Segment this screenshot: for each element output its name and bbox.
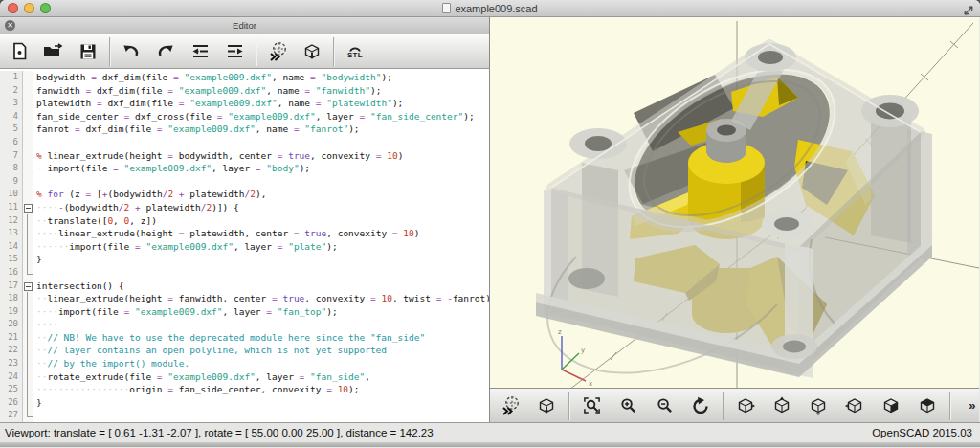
viewport-panel[interactable]: z y x » [490,17,979,422]
viewport-status-text: Viewport: translate = [ 0.61 -1.31 -2.07… [5,427,434,438]
code-line[interactable]: 13····linear_extrude(height = platewidth… [0,227,489,240]
code-line[interactable]: 15} [0,253,489,266]
editor-panel-header[interactable]: ✕ Editor [0,17,489,34]
undo-button[interactable] [116,35,146,68]
code-line[interactable]: 21··// NB! We have to use the deprecated… [0,331,489,345]
code-line[interactable]: 26} [0,396,489,410]
undo-icon [122,43,141,59]
code-line[interactable]: 24··rotate_extrude(file = "example009.dx… [0,370,489,384]
code-line[interactable]: 4fan_side_center = dxf_cross(file = "exa… [0,110,489,123]
view-bottom-button[interactable] [802,390,835,422]
line-number: 22 [0,344,23,357]
code-line[interactable]: 27 [0,409,489,422]
code-text [33,409,36,422]
statusbar: Viewport: translate = [ 0.61 -1.31 -2.07… [0,422,980,442]
window-bottom-edge [0,442,980,447]
code-line[interactable]: 17intersection() { [0,280,489,293]
close-window-button[interactable] [8,3,18,13]
fold-guide [23,357,33,370]
code-line[interactable]: 23··// by the import() module. [0,357,489,370]
view-bottom-icon [809,396,828,415]
code-line[interactable]: 22··// layer contains an open polyline, … [0,344,489,357]
reset-view-icon [691,396,710,415]
main-split: ✕ Editor STL 1bodywidth = dxf_dim(file =… [0,17,980,422]
line-number: 14 [0,240,23,254]
line-number: 20 [0,318,23,331]
code-area[interactable]: 1bodywidth = dxf_dim(file = "example009.… [0,69,489,422]
code-text: ··// NB! We have to use the deprecated m… [33,331,425,345]
save-file-button[interactable] [73,35,103,68]
minimize-window-button[interactable] [24,3,34,13]
code-text: ······import(file = "example009.dxf", la… [33,240,338,254]
export-stl-button[interactable]: STL [340,35,370,68]
code-line[interactable]: 19····import(file = "example009.dxf", la… [0,305,489,319]
zoom-in-button[interactable] [612,390,644,422]
zoom-out-button[interactable] [648,390,680,422]
code-line[interactable]: 8··import(file = "example009.dxf", layer… [0,162,489,175]
code-line[interactable]: 10% for (z = [+(bodywidth/2 + platewidth… [0,188,489,201]
fold-guide [23,240,33,254]
code-text: % linear_extrude(height = bodywidth, cen… [33,149,403,163]
line-number: 16 [0,266,23,280]
code-line[interactable]: 9 [0,175,489,189]
view-right-button[interactable] [729,390,762,422]
zoom-all-button[interactable] [575,390,608,422]
axis-label-x: x [589,380,592,388]
line-number: 7 [0,149,23,163]
code-line[interactable]: 7% linear_extrude(height = bodywidth, ce… [0,149,489,163]
fold-guide [23,292,33,305]
axis-label-y: y [581,347,585,354]
code-line[interactable]: 2fanwidth = dxf_dim(file = "example009.d… [0,84,489,98]
view-front-icon [881,396,901,415]
code-text: ··rotate_extrude(file = "example009.dxf"… [33,370,370,384]
fold-toggle[interactable] [23,280,33,293]
window-titlebar[interactable]: example009.scad [0,0,980,17]
code-line[interactable]: 25·················origin = fan_side_cen… [0,383,489,396]
code-line[interactable]: 18··linear_extrude(height = fanwidth, ce… [0,292,489,305]
code-text: % for (z = [+(bodywidth/2 + platewidth/2… [33,188,266,201]
fold-toggle[interactable] [23,201,33,214]
fold-guide [23,266,33,280]
view-top-button[interactable] [766,390,798,422]
reset-view-button[interactable] [684,390,717,422]
view-front-button[interactable] [875,390,907,422]
line-number: 19 [0,305,23,319]
render-button[interactable] [530,390,563,422]
render-button[interactable] [297,35,327,68]
open-file-button[interactable] [38,35,69,68]
line-number: 15 [0,253,23,266]
preview-button[interactable] [262,35,293,68]
new-file-button[interactable] [4,35,34,68]
zoom-window-button[interactable] [40,3,51,13]
zoom-in-icon [619,396,637,414]
code-line[interactable]: 3platewidth = dxf_dim(file = "example009… [0,97,489,110]
view-left-button[interactable] [838,390,871,422]
line-number: 11 [0,201,23,214]
code-line[interactable]: 16 [0,266,489,280]
view-back-button[interactable] [911,390,944,422]
unindent-button[interactable] [185,35,215,68]
code-line[interactable]: 1bodywidth = dxf_dim(file = "example009.… [0,71,489,84]
code-line[interactable]: 14······import(file = "example009.dxf", … [0,240,489,254]
code-line[interactable]: 12··translate([0, 0, z]) [0,214,489,228]
zoom-out-icon [656,396,674,414]
editor-close-button[interactable]: ✕ [5,20,15,31]
code-line[interactable]: 5fanrot = dxf_dim(file = "example009.dxf… [0,123,489,136]
code-line[interactable]: 6 [0,136,489,149]
line-number: 10 [0,188,23,201]
code-line[interactable]: 11····-(bodywidth/2 + platewidth/2)]) { [0,201,489,214]
code-text: ··translate([0, 0, z]) [33,214,157,228]
indent-button[interactable] [219,35,250,68]
fold-guide [23,383,33,396]
preview-button[interactable] [494,390,526,422]
version-text: OpenSCAD 2015.03 [872,427,972,438]
3d-scene[interactable]: z y x [490,17,979,388]
code-line[interactable]: 20···· [0,318,489,331]
overflow-button[interactable]: » [956,390,980,422]
preview-icon [501,395,521,415]
redo-button[interactable] [150,35,181,68]
editor-panel: ✕ Editor STL 1bodywidth = dxf_dim(file =… [0,17,490,422]
fold-guide [23,409,33,422]
fold-guide [23,305,33,319]
view-left-icon [845,396,864,415]
